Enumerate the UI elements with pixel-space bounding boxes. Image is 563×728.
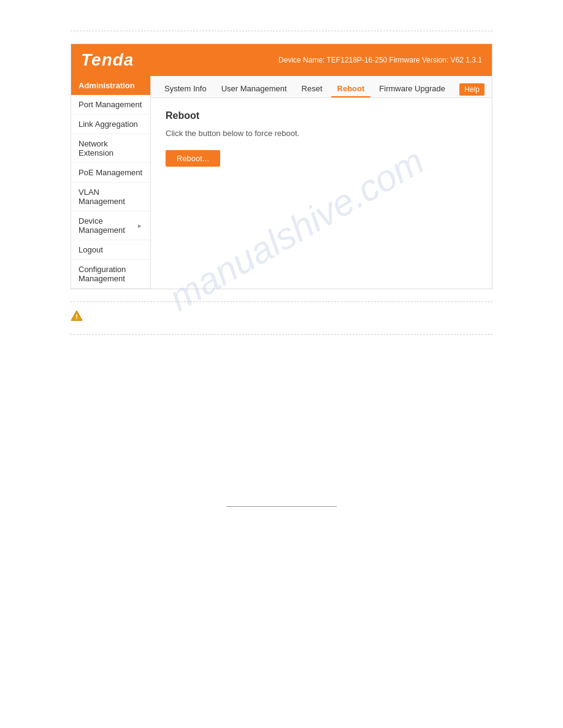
sidebar-item-label: Configuration Management	[79, 265, 143, 283]
sidebar-item-label: Port Management	[79, 100, 142, 109]
sidebar-item-label: Device Management	[79, 216, 137, 235]
sidebar-item-label: VLAN Management	[79, 188, 143, 206]
tab-user-management[interactable]: User Management	[215, 81, 293, 97]
warning-icon: !	[71, 309, 83, 322]
sidebar-item-link-aggregation[interactable]: Link Aggregation	[71, 115, 150, 134]
header: Tenda Device Name: TEF1218P-16-250 Firmw…	[71, 44, 492, 76]
chevron-right-icon: ►	[137, 222, 143, 229]
body-layout: Administration Port Management Link Aggr…	[71, 76, 492, 289]
dashed-bottom-border	[71, 301, 492, 302]
sidebar-item-device-management[interactable]: Device Management ►	[71, 211, 150, 240]
logo: Tenda	[81, 50, 134, 70]
reboot-button[interactable]: Reboot...	[166, 150, 220, 167]
tab-firmware-upgrade[interactable]: Firmware Upgrade	[373, 81, 451, 97]
tab-system-info[interactable]: System Info	[158, 81, 213, 97]
main-content: System Info User Management Reset Reboot…	[151, 76, 492, 289]
page-wrapper: Tenda Device Name: TEF1218P-16-250 Firmw…	[0, 31, 563, 728]
help-button[interactable]: Help	[459, 83, 484, 96]
sidebar-item-label: Logout	[79, 245, 103, 254]
content-section: Reboot Click the button below to force r…	[151, 98, 492, 179]
sidebar-item-configuration-management[interactable]: Configuration Management	[71, 260, 150, 289]
sidebar-item-label: PoE Management	[79, 168, 142, 177]
page-title: Reboot	[166, 110, 477, 121]
svg-text:!: !	[75, 313, 78, 320]
ui-container: Tenda Device Name: TEF1218P-16-250 Firmw…	[71, 44, 492, 289]
sidebar-item-vlan-management[interactable]: VLAN Management	[71, 183, 150, 211]
tab-reboot[interactable]: Reboot	[331, 81, 371, 97]
sidebar-item-administration[interactable]: Administration	[71, 76, 150, 95]
sidebar-item-port-management[interactable]: Port Management	[71, 95, 150, 115]
device-info: Device Name: TEF1218P-16-250 Firmware Ve…	[278, 56, 482, 64]
sidebar-item-network-extension[interactable]: Network Extension	[71, 134, 150, 163]
tab-reset[interactable]: Reset	[296, 81, 329, 97]
sidebar-item-label: Network Extension	[79, 139, 143, 157]
warning-section: !	[71, 309, 492, 322]
sidebar-item-poe-management[interactable]: PoE Management	[71, 163, 150, 183]
sidebar: Administration Port Management Link Aggr…	[71, 76, 151, 289]
tab-list: System Info User Management Reset Reboot…	[158, 81, 451, 97]
dashed-top-border	[71, 31, 492, 31]
sidebar-item-label: Link Aggregation	[79, 119, 138, 129]
reboot-description: Click the button below to force reboot.	[166, 129, 477, 138]
footer-line	[71, 334, 492, 335]
sidebar-item-logout[interactable]: Logout	[71, 240, 150, 260]
tab-bar: System Info User Management Reset Reboot…	[151, 76, 492, 98]
underline-separator	[226, 506, 337, 507]
